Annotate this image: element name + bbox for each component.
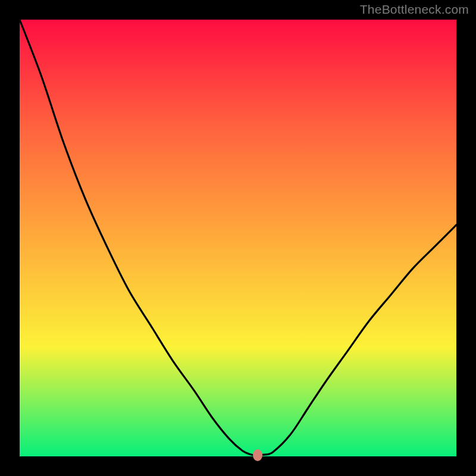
bottleneck-curve [20,20,456,456]
chart-frame: TheBottleneck.com [0,0,476,476]
optimal-point-marker [253,449,262,461]
watermark-text: TheBottleneck.com [360,2,469,17]
